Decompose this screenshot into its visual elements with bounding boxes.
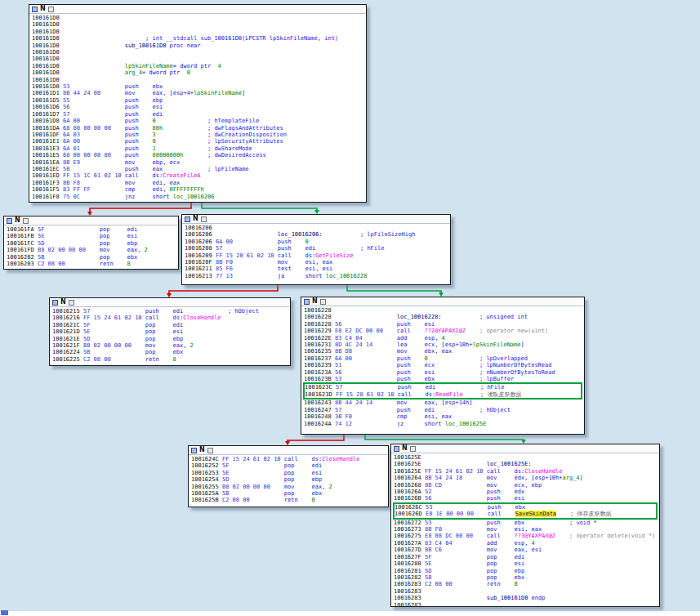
asm-line[interactable]: 100161FA 5F pop edi [7,226,178,233]
asm-line[interactable]: 10016273 8B F0 mov esi, eax [394,526,659,533]
asm-line[interactable]: 100161D5 55 push ebp [32,97,366,104]
asm-line[interactable]: 1001625E FF 15 24 61 02 10 call ds:Close… [394,468,659,475]
node-window-icon[interactable] [410,446,416,452]
asm-line[interactable]: 10016254 5D pop ebp [191,476,388,483]
node-header[interactable]: N [301,297,584,306]
asm-line[interactable]: 100161D7 57 push edi [32,111,366,118]
asm-line[interactable]: 10016206 loc_10016206: ; lpFileSizeHigh [185,231,450,238]
asm-line[interactable]: 10016239 51 push ecx ; lpNumberOfBytesRe… [304,362,584,368]
asm-line[interactable]: 10016283 C2 08 00 retn 8 [394,581,659,587]
node-window-icon[interactable] [48,7,54,12]
asm-line[interactable]: 100161E1 6A 00 push 0 ; lpSecurityAttrib… [32,138,366,145]
asm-line[interactable]: 100161ED FF 15 1C 61 02 10 call ds:Creat… [32,172,366,179]
asm-line[interactable]: 10016282 5B pop ebx [394,574,659,581]
asm-line[interactable]: 1001621E 5D pop ebp [52,336,290,342]
asm-line[interactable]: 100161D0 [32,77,366,83]
asm-line[interactable]: 10016275 E8 08 DC 00 00 call ??3@YAXPAX@… [394,533,659,539]
node-grid-icon[interactable] [7,218,12,224]
asm-line[interactable]: 10016213 77 13 ja short loc_10016228 [185,273,450,279]
asm-line[interactable]: 10016247 57 push edi ; hObject [304,407,584,413]
asm-line[interactable]: 10016228 loc_10016228: ; unsigned int [304,314,584,320]
asm-line[interactable]: 100161D0 sub_100161D0 proc near [32,42,366,49]
node-grid-icon[interactable] [52,300,58,306]
asm-line[interactable]: 10016202 5B pop ebx [7,254,178,261]
asm-line[interactable]: 10016228 56 push esi [304,321,584,328]
node-grid-icon[interactable] [304,299,310,305]
basic-block-10016228[interactable]: N 1001622810016228 loc_10016228: ; unsig… [301,297,585,435]
asm-line[interactable]: 10016252 5F pop edi [191,462,388,469]
asm-line[interactable]: 1001626B 56 push esi [394,495,659,502]
basic-block-1001625E[interactable]: N 1001625E1001625E loc_1001625E:1001625E… [390,444,660,607]
asm-line[interactable]: 100161E5 68 00 00 00 80 push 80000000h ;… [32,152,366,158]
asm-line[interactable]: 100161EC 50 push eax ; lpFileName [32,166,366,172]
asm-line[interactable]: 100161D0 [32,29,366,35]
asm-line[interactable]: 100161E3 6A 01 push 1 ; dwShareMode [32,145,366,152]
asm-line[interactable]: 10016283 sub_100161D0 endp [394,595,659,601]
basic-block-10016215[interactable]: N 10016215 57 push edi ; hObject10016216… [49,297,291,366]
asm-line[interactable]: 1001625E [394,454,659,461]
node-window-icon[interactable] [320,299,326,305]
asm-line[interactable]: 1001625B C2 08 00 retn 8 [191,497,388,503]
asm-line[interactable]: 10016208 57 push edi ; hFile [185,245,450,252]
asm-line[interactable]: 10016209 FF 15 20 61 02 10 call ds:GetFi… [185,252,450,259]
asm-line[interactable]: 1001623C 57 push edi ; hFile [305,384,581,391]
asm-line[interactable]: 10016231 8D 4C 24 14 lea ecx, [esp+10h+l… [304,341,584,348]
asm-line[interactable]: 1001623B 53 push ebx ; lpBuffer [304,376,584,382]
node-grid-icon[interactable] [32,7,38,12]
asm-line[interactable]: 100161D8 6A 00 push 0 ; hTemplateFile [32,118,366,124]
asm-line[interactable]: 10016206 [185,225,450,231]
asm-line[interactable]: 10016248 3B F0 cmp esi, eax [304,413,584,420]
asm-line[interactable]: 1001626C 53 push ebx [395,504,656,511]
asm-line[interactable]: 1001625E loc_1001625E: [394,461,659,467]
asm-line[interactable]: 1001621F B8 02 00 00 00 mov eax, 2 [52,342,290,349]
asm-line[interactable]: 1001621D 5E pop esi [52,328,290,335]
asm-line[interactable]: 100161D0 [32,21,366,28]
node-grid-icon[interactable] [394,446,399,452]
basic-block-100161FA[interactable]: N 100161FA 5F pop edi100161FB 5E pop esi… [3,216,179,270]
asm-line[interactable]: 10016216 FF 15 24 61 02 10 call ds:Close… [52,315,290,321]
node-header[interactable]: N [189,446,388,455]
asm-line[interactable]: 100161D0 [32,15,366,21]
node-window-icon[interactable] [207,448,213,453]
asm-line[interactable]: 10016283 [394,588,659,595]
asm-line[interactable]: 10016283 [394,602,659,607]
asm-line[interactable]: 10016243 8B 44 24 14 mov eax, [esp+14h] [304,400,584,406]
asm-line[interactable]: 100161D0 arg_4= dword ptr 8 [32,69,366,76]
asm-line[interactable]: 1001622E 83 C4 04 add esp, 4 [304,335,584,341]
asm-line[interactable]: 100161F5 83 FF FF cmp edi, 0FFFFFFFFh [32,186,366,193]
asm-line[interactable]: 10016235 8B D8 mov ebx, eax [304,348,584,355]
basic-block-10016206[interactable]: N 1001620610016206 loc_10016206: ; lpFil… [181,214,451,285]
asm-line[interactable]: 100161F3 8B F8 mov edi, eax [32,180,366,186]
asm-line[interactable]: 100161DA 68 80 00 00 00 push 80h ; dwFla… [32,125,366,132]
asm-line[interactable]: 10016264 8B 54 24 18 mov edx, [esp+10h+a… [394,475,659,481]
basic-block-1001624C[interactable]: N 1001624C FF 15 24 61 02 10 call ds:Clo… [188,445,389,507]
asm-line[interactable]: 1001620F 8B F0 mov esi, eax [185,259,450,266]
node-header[interactable]: N [50,298,290,307]
asm-line[interactable]: 1001624C FF 15 24 61 02 10 call ds:Close… [191,456,388,462]
asm-line[interactable]: 1001623A 56 push esi ; nNumberOfBytesToR… [304,369,584,376]
asm-line[interactable]: 100161F8 75 0C jnz short loc_10016206 [32,194,366,200]
node-window-icon[interactable] [69,300,74,306]
asm-line[interactable]: 10016211 85 F6 test esi, esi [185,266,450,272]
asm-line[interactable]: 10016237 6A 00 push 0 ; lpOverlapped [304,355,584,362]
asm-line[interactable]: 1001627F 5F pop edi [394,554,659,560]
node-header[interactable]: N [182,215,450,224]
asm-line[interactable]: 100161D0 53 push ebx [32,83,366,90]
asm-line[interactable]: 100161DF 6A 03 push 3 ; dwCreationDispos… [32,132,366,138]
node-grid-icon[interactable] [191,448,197,453]
asm-line[interactable]: 100161FD B8 02 00 00 00 mov eax, 2 [7,247,178,253]
asm-line[interactable]: 100161FC 5D pop ebp [7,240,178,247]
asm-line[interactable]: 100161FB 5E pop esi [7,233,178,239]
asm-line[interactable]: 10016268 8B CD mov ecx, ebp [394,482,659,489]
asm-line[interactable]: 1001627D 8B C6 mov eax, esi [394,547,659,553]
asm-line[interactable]: 100161EA 8B E9 mov ebp, ecx [32,159,366,166]
asm-line[interactable]: 1001624A 74 12 jz short loc_1001625E [304,421,584,427]
asm-line[interactable]: 100161D6 56 push esi [32,104,366,110]
asm-line[interactable]: 10016228 [304,307,584,314]
asm-line[interactable]: 1001626D E8 1E 00 00 00 call SaveSkinDat… [395,511,656,517]
asm-line[interactable]: 10016206 6A 00 push 0 [185,239,450,245]
asm-line[interactable]: 10016225 C2 08 00 retn 8 [52,356,290,363]
asm-line[interactable]: 100161D0 lpSkinFileName= dword ptr 4 [32,63,366,69]
asm-line[interactable]: 1001627A 83 C4 04 add esp, 4 [394,540,659,547]
asm-line[interactable]: 10016255 B8 02 00 00 00 mov eax, 2 [191,484,388,490]
